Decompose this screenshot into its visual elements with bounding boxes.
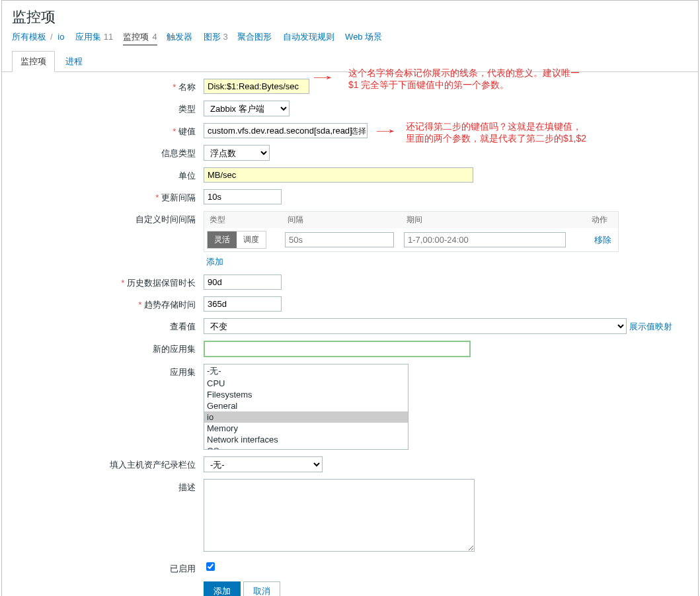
label-desc: 描述: [12, 479, 204, 493]
bc-screens[interactable]: 聚合图形: [237, 32, 272, 42]
history-input[interactable]: [204, 275, 282, 290]
add-interval-link[interactable]: 添加: [204, 256, 223, 268]
label-showvalue: 查看值: [12, 318, 204, 333]
bc-discovery[interactable]: 自动发现规则: [283, 32, 334, 42]
bc-graphs[interactable]: 图形: [204, 32, 221, 42]
unit-input[interactable]: [204, 167, 473, 183]
col-gap: 间隔: [282, 212, 401, 228]
label-interval: 更新间隔: [12, 189, 204, 204]
tab-item[interactable]: 监控项: [12, 51, 55, 72]
annotation-key: 还记得第二步的键值吗？这就是在填键值， 里面的两个参数，就是代表了第二步的$1,…: [406, 120, 586, 144]
label-infotype: 信息类型: [12, 145, 204, 159]
label-name: 名称: [12, 79, 204, 93]
add-button[interactable]: 添加: [204, 581, 241, 596]
list-item[interactable]: General: [204, 400, 408, 411]
col-period: 期间: [401, 212, 573, 228]
list-item[interactable]: Network interfaces: [204, 434, 408, 445]
label-type: 类型: [12, 101, 204, 115]
key-select-button[interactable]: 选择: [350, 126, 366, 136]
label-unit: 单位: [12, 167, 204, 182]
cancel-button[interactable]: 取消: [243, 581, 280, 596]
desc-textarea[interactable]: [204, 479, 475, 552]
trend-input[interactable]: [204, 296, 282, 312]
list-item[interactable]: CPU: [204, 378, 408, 389]
list-item[interactable]: Filesystems: [204, 389, 408, 400]
page-title: 监控项: [2, 1, 698, 31]
annotation-arrow-icon: →: [371, 123, 400, 138]
label-newapp: 新的应用集: [12, 341, 204, 355]
period-input[interactable]: [404, 232, 566, 247]
label-key: 键值: [12, 123, 204, 138]
enabled-checkbox[interactable]: [206, 562, 215, 571]
key-input[interactable]: [204, 123, 368, 138]
interval-input[interactable]: [204, 189, 282, 204]
label-history: 历史数据保留时长: [12, 275, 204, 289]
label-trend: 趋势存储时间: [12, 296, 204, 311]
bc-items[interactable]: 监控项 4: [123, 32, 157, 46]
showvalue-select[interactable]: 不变: [204, 318, 627, 334]
interval-type-toggle[interactable]: 灵活 调度: [207, 231, 266, 249]
bc-web[interactable]: Web 场景: [345, 32, 382, 42]
tab-process[interactable]: 进程: [58, 52, 91, 71]
remove-link[interactable]: 移除: [594, 235, 611, 245]
label-inventory: 填入主机资产纪录栏位: [12, 456, 204, 471]
seg-schedule[interactable]: 调度: [237, 232, 266, 248]
list-item[interactable]: Memory: [204, 423, 408, 434]
col-action: 动作: [573, 212, 613, 228]
label-appset: 应用集: [12, 364, 204, 378]
seg-flexible[interactable]: 灵活: [208, 232, 237, 248]
bc-all-templates[interactable]: 所有模板: [12, 32, 46, 42]
list-item[interactable]: -无-: [204, 364, 408, 378]
newapp-input[interactable]: [204, 341, 471, 357]
name-input[interactable]: [204, 79, 309, 94]
bc-io[interactable]: io: [58, 32, 64, 42]
gap-input[interactable]: [285, 232, 394, 247]
col-type: 类型: [204, 212, 282, 228]
list-item[interactable]: io: [204, 411, 408, 423]
type-select[interactable]: Zabbix 客户端: [204, 101, 290, 116]
list-item[interactable]: OS: [204, 445, 408, 450]
inventory-select[interactable]: -无-: [204, 456, 323, 472]
custom-interval-table: 类型 间隔 期间 动作 灵活 调度: [204, 211, 619, 252]
label-enabled: 已启用: [12, 560, 204, 575]
label-custom-interval: 自定义时间间隔: [12, 211, 204, 226]
breadcrumb: 所有模板/ io 应用集11 监控项 4 触发器 图形3 聚合图形 自动发现规则…: [2, 31, 698, 48]
infotype-select[interactable]: 浮点数: [204, 145, 270, 161]
bc-triggers[interactable]: 触发器: [167, 32, 192, 42]
bc-appset[interactable]: 应用集: [75, 32, 101, 42]
show-value-map-link[interactable]: 展示值映射: [629, 321, 672, 331]
appset-listbox[interactable]: -无-CPUFilesystemsGeneralioMemoryNetwork …: [204, 364, 408, 450]
